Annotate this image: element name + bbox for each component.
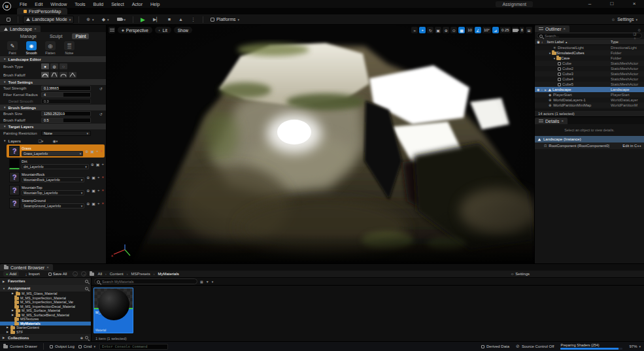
close-icon[interactable]: × <box>564 27 566 31</box>
stop-button[interactable]: ■ <box>165 16 173 24</box>
menu-tools[interactable]: Tools <box>71 2 89 7</box>
filter-kernel-input[interactable]: 4 <box>41 92 91 97</box>
outliner-row-landscape[interactable]: ◉↓ ▶ Landscape Landscape <box>535 87 644 92</box>
scale-snap-value[interactable]: 0.25 <box>500 27 511 33</box>
falloff-linear-icon[interactable] <box>50 72 58 78</box>
section-landscape-editor[interactable]: ▼ Landscape Editor <box>0 56 106 62</box>
section-target-layers[interactable]: ▼ Target Layers <box>0 124 106 129</box>
filter-folder-icon[interactable]: ❏ ☼ <box>633 32 641 40</box>
maximize-button[interactable]: □ <box>605 1 619 7</box>
breadcrumb-content[interactable]: Content <box>110 272 124 276</box>
layer-row-swampground[interactable]: ? SwampGround SwampGround_LayerInfo▾ ⊕ ▣… <box>0 197 106 210</box>
layer-row-mountaintop[interactable]: ? MountainTop MountainTop_LayerInfo▾ ⊕ ▣… <box>0 184 106 197</box>
content-browser-tab[interactable]: Content Browser × <box>0 264 53 271</box>
outliner-row-cube4[interactable]: Cube4 StaticMeshActor <box>535 76 644 82</box>
assignment-header[interactable]: ▼ Assignment <box>0 285 91 292</box>
editor-mode-dropdown[interactable]: Landscape Mode ▾ <box>23 16 74 24</box>
outliner-row-cube2[interactable]: Cube2 StaticMeshActor <box>535 66 644 71</box>
layer-info-dropdown[interactable]: MountainTop_LayerInfo▾ <box>22 190 84 195</box>
breadcrumb-mymaterials[interactable]: MyMaterials <box>158 272 178 276</box>
layer-thumbnail[interactable]: ? <box>9 146 20 156</box>
layer-create-icon[interactable]: ⊕ <box>86 175 90 180</box>
back-arrow-icon[interactable]: ← <box>73 271 78 276</box>
pin-column-icon[interactable]: ↓ <box>541 40 543 44</box>
outliner-row-worldpartitionminimap[interactable]: ⊕ WorldPartitionMiniMap WorldPartitionM <box>535 103 644 108</box>
derived-data-button[interactable]: Derived Data <box>481 344 509 348</box>
blueprints-button[interactable]: ◆▾ <box>99 16 112 24</box>
cinematics-button[interactable]: ▾ <box>114 16 129 24</box>
layer-delete-icon[interactable]: × <box>101 201 104 205</box>
detail-smooth-input[interactable]: 0.3 <box>41 99 91 104</box>
reset-icon[interactable]: ↺ <box>99 86 103 91</box>
eject-button[interactable]: ▲ <box>176 16 186 24</box>
scale-snap-icon[interactable]: ⊿ <box>492 27 499 33</box>
asset-tile-m-landscapemat[interactable]: M_LandscapeMat Material <box>93 288 133 333</box>
minimize-button[interactable]: – <box>583 1 597 7</box>
settings-dropdown[interactable]: ☼ Settings ▾ <box>609 16 640 24</box>
reset-icon[interactable]: ↺ <box>99 112 103 116</box>
progress-percent[interactable]: 97% ▾ <box>629 344 641 348</box>
camera-speed-icon[interactable] <box>512 27 518 33</box>
play-options-kebab-icon[interactable]: ⋮ <box>188 16 198 24</box>
eye-icon[interactable]: ◉ <box>537 88 539 92</box>
layer-row-mountainrock[interactable]: ? MountainRock MountainRock_LayerInfo▾ ⊕… <box>0 171 106 184</box>
grid-snap-value[interactable]: 10 <box>466 27 473 33</box>
details-instance-row[interactable]: Landscape (Instance) <box>535 136 644 142</box>
favorites-header[interactable]: ▶ Favorites <box>0 278 91 285</box>
layer-add-icon[interactable]: + <box>101 162 104 166</box>
rotation-snap-icon[interactable]: ∠ <box>475 27 481 33</box>
collections-add-icon[interactable]: ⊕ <box>80 336 83 340</box>
painting-restriction-dropdown[interactable]: None ▾ <box>41 131 91 136</box>
edit-in-cpp-link[interactable]: Edit in C++ <box>622 144 641 148</box>
layer-create-icon[interactable]: ⊕ <box>91 162 94 167</box>
menu-edit[interactable]: Edit <box>31 2 46 7</box>
column-item-label[interactable]: Item Label <box>547 40 564 44</box>
layer-copy-icon[interactable]: ▣ <box>92 175 95 180</box>
close-icon[interactable]: × <box>46 265 49 269</box>
rotation-snap-value[interactable]: 10° <box>483 27 491 33</box>
brush-size-input[interactable]: 1250.252319 <box>41 111 91 116</box>
layer-copy-icon[interactable]: ▣ <box>90 149 94 154</box>
console-command-input[interactable] <box>99 344 168 350</box>
show-dropdown[interactable]: Show <box>174 27 192 33</box>
column-type[interactable]: Type <box>611 40 642 44</box>
content-drawer-button[interactable]: Content Drawer <box>3 344 37 348</box>
brush-type-circle-icon[interactable]: ● <box>41 63 49 69</box>
lit-dropdown[interactable]: ◐ Lit <box>155 27 171 33</box>
frame-skip-button[interactable]: ▶▏ <box>150 16 163 24</box>
layer-info-dropdown[interactable]: Grass_LayerInfo▾ <box>22 151 83 156</box>
layer-create-icon[interactable]: ⊕ <box>86 188 90 193</box>
save-all-button[interactable]: Save All <box>46 271 70 276</box>
select-tool-icon[interactable]: ➢ <box>411 27 418 33</box>
outliner-row-worlddatalayers[interactable]: ⊕ WorldDataLayers-1 WorldDataLayer <box>535 97 644 103</box>
layer-copy-icon[interactable]: ▣ <box>92 188 95 193</box>
section-tool-settings[interactable]: ▼ Tool Settings <box>0 79 106 85</box>
tab-sculpt[interactable]: Sculpt <box>46 33 65 39</box>
view-options-icon[interactable]: ▦ <box>200 280 203 284</box>
outliner-row-directionallight[interactable]: ☀ DirectionalLight DirectionalLight <box>535 45 644 50</box>
falloff-tip-icon[interactable] <box>69 72 76 78</box>
collections-header[interactable]: ▶ Collections ⊕ <box>0 334 91 341</box>
outliner-search-input[interactable] <box>545 34 633 38</box>
landscape-tab[interactable]: Landscape × <box>0 25 41 32</box>
viewport-menu-icon[interactable] <box>109 27 115 33</box>
outliner-tab[interactable]: Outliner × <box>535 25 569 32</box>
surface-snap-icon[interactable]: ⊙ <box>450 27 457 33</box>
close-icon[interactable]: × <box>561 119 564 123</box>
add-button[interactable]: +Add <box>3 271 19 276</box>
search-icon[interactable] <box>85 280 88 283</box>
outliner-row-playerstart[interactable]: ◆ PlayerStart PlayerStart <box>535 92 644 97</box>
layer-thumbnail[interactable]: ? <box>9 172 20 182</box>
forward-arrow-icon[interactable]: → <box>81 271 86 276</box>
layer-delete-icon[interactable]: × <box>101 175 104 179</box>
outliner-row-cube3[interactable]: Cube3 StaticMeshActor <box>535 71 644 76</box>
grid-snap-icon[interactable]: ▦ <box>458 27 465 33</box>
layer-create-icon[interactable]: ⊕ <box>86 201 90 206</box>
save-icon[interactable] <box>4 16 13 24</box>
camera-speed-value[interactable]: 8 <box>520 27 524 33</box>
layer-create-icon[interactable]: ⊕ <box>85 149 88 154</box>
brush-falloff-input[interactable]: 0.5 <box>41 118 91 123</box>
layer-thumbnail[interactable]: ? <box>9 185 20 195</box>
falloff-smooth-icon[interactable] <box>41 72 49 78</box>
layer-row-grass[interactable]: ? Grass Grass_LayerInfo▾ ⊕ ▣ + × <box>7 144 105 158</box>
